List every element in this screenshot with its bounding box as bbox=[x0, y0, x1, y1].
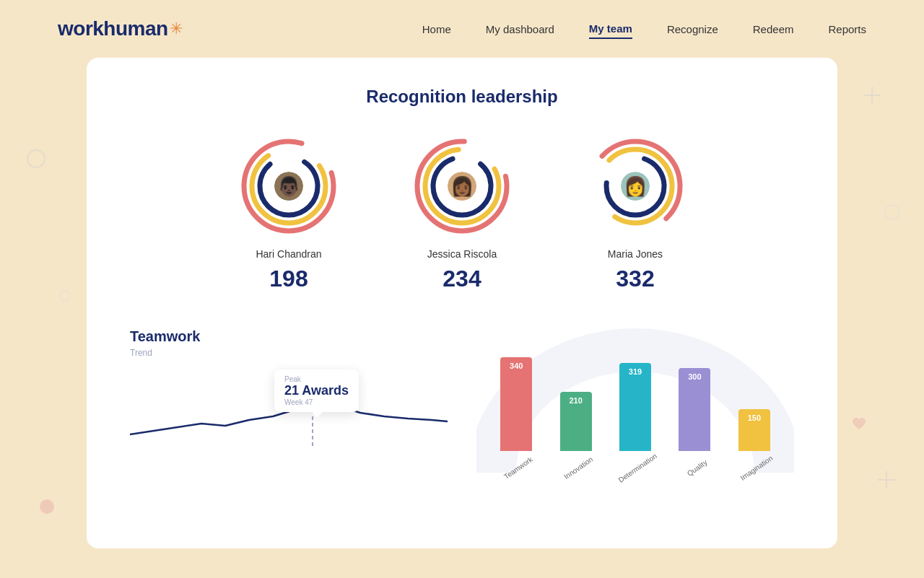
bar-label-teamwork: 340 bbox=[510, 362, 523, 370]
teamwork-chart: Teamwork Trend Peak 21 Awards Week 47 bbox=[130, 328, 448, 473]
bar-group-quality: 300 Quality bbox=[669, 368, 720, 451]
logo-text: workhuman bbox=[58, 17, 168, 40]
nav-redeem[interactable]: Redeem bbox=[753, 20, 794, 38]
main-nav: Home My dashboard My team Recognize Rede… bbox=[422, 19, 866, 39]
tooltip-label: Peak bbox=[284, 375, 349, 383]
bar-label-quality: 300 bbox=[688, 372, 701, 381]
tooltip-arrow bbox=[311, 412, 323, 418]
section-title: Recognition leadership bbox=[130, 87, 794, 107]
nav-recognize[interactable]: Recognize bbox=[667, 20, 718, 38]
leader-name-1: Hari Chandran bbox=[256, 248, 321, 260]
nav-home[interactable]: Home bbox=[422, 20, 451, 38]
bar-quality: 300 bbox=[679, 368, 710, 451]
bar-teamwork: 340 bbox=[500, 357, 532, 451]
nav-my-team[interactable]: My team bbox=[589, 19, 632, 39]
bars-container: 340 Teamwork 210 Innovation 319 bbox=[491, 336, 780, 451]
bar-label-imagination: 150 bbox=[748, 413, 761, 422]
leader-card-3: 👩 Maria Jones 332 bbox=[585, 136, 686, 292]
bar-group-determination: 319 Determination bbox=[610, 363, 661, 451]
circle-chart-2: 👩🏾 bbox=[411, 136, 513, 237]
circle-chart-1: 👨🏿 bbox=[238, 136, 339, 237]
tooltip-week: Week 47 bbox=[284, 398, 349, 406]
bar-imagination: 150 bbox=[738, 409, 770, 451]
charts-row: Teamwork Trend Peak 21 Awards Week 47 bbox=[130, 328, 794, 473]
bar-chart: 340 Teamwork 210 Innovation 319 bbox=[476, 328, 794, 473]
svg-point-0 bbox=[27, 150, 45, 167]
tooltip-value: 21 Awards bbox=[284, 383, 349, 398]
leaders-row: 👨🏿 Hari Chandran 198 👩🏾 Jessica Riscola … bbox=[130, 136, 794, 292]
chart-tooltip: Peak 21 Awards Week 47 bbox=[274, 369, 359, 412]
svg-point-7 bbox=[885, 205, 899, 219]
bar-group-imagination: 150 Imagination bbox=[729, 409, 780, 451]
teamwork-subtitle: Trend bbox=[130, 348, 448, 358]
leader-name-3: Maria Jones bbox=[608, 248, 663, 260]
circle-chart-3: 👩 bbox=[585, 136, 686, 237]
avatar-3: 👩 bbox=[619, 170, 651, 202]
bar-determination: 319 bbox=[619, 363, 651, 451]
leader-card-1: 👨🏿 Hari Chandran 198 bbox=[238, 136, 339, 292]
leader-score-3: 332 bbox=[616, 266, 654, 292]
nav-my-dashboard[interactable]: My dashboard bbox=[486, 20, 554, 38]
nav-reports[interactable]: Reports bbox=[828, 20, 866, 38]
header: workhuman✳ Home My dashboard My team Rec… bbox=[0, 0, 924, 58]
bar-label-determination: 319 bbox=[629, 367, 642, 376]
svg-point-1 bbox=[40, 499, 54, 514]
bar-group-innovation: 210 Innovation bbox=[550, 392, 601, 451]
logo-star: ✳ bbox=[170, 19, 183, 38]
avatar-2: 👩🏾 bbox=[446, 170, 478, 202]
line-chart-container: Peak 21 Awards Week 47 bbox=[130, 369, 448, 456]
leader-card-2: 👩🏾 Jessica Riscola 234 bbox=[411, 136, 513, 292]
main-card: Recognition leadership 👨🏿 Hari Chandran … bbox=[87, 58, 837, 548]
leader-score-2: 234 bbox=[443, 266, 481, 292]
logo: workhuman✳ bbox=[58, 17, 183, 40]
bar-innovation: 210 bbox=[560, 392, 592, 451]
bar-label-innovation: 210 bbox=[569, 396, 582, 405]
svg-point-2 bbox=[60, 291, 70, 301]
leader-name-2: Jessica Riscola bbox=[427, 248, 497, 260]
bar-group-teamwork: 340 Teamwork bbox=[491, 357, 541, 451]
teamwork-title: Teamwork bbox=[130, 328, 448, 345]
avatar-1: 👨🏿 bbox=[273, 170, 305, 202]
leader-score-1: 198 bbox=[269, 266, 308, 292]
